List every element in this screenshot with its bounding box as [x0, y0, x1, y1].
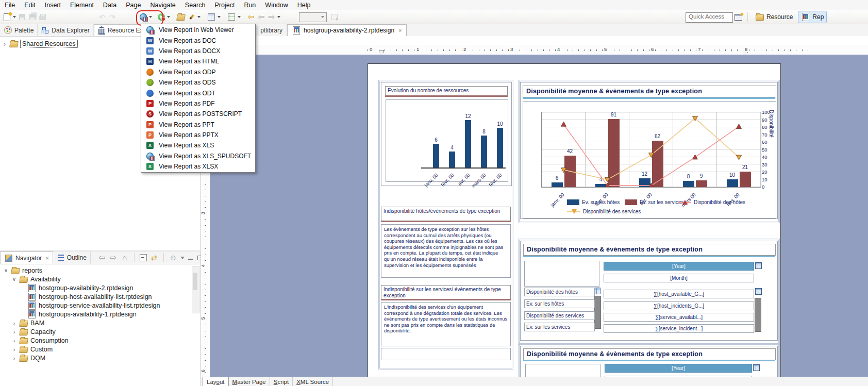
combo-chart-plot-container[interactable]: 6412810429162921 Disponibilité janv. 00f… — [523, 101, 776, 219]
menu-item-view-report-as-doc[interactable]: WView Report as DOC — [141, 35, 255, 45]
save-all-button[interactable] — [27, 11, 38, 23]
pin-editor-button[interactable] — [329, 11, 340, 23]
dropdown-caret-icon[interactable] — [167, 16, 170, 18]
perspective-report-button[interactable]: Rep — [798, 11, 827, 23]
empty-text-block[interactable] — [381, 348, 511, 360]
navigator-scrollbar[interactable] — [192, 266, 199, 313]
new-report-button[interactable] — [2, 11, 17, 23]
dropdown-caret-icon[interactable] — [277, 16, 280, 18]
tab-data-explorer[interactable]: Data Explorer — [38, 24, 93, 36]
dropdown-caret-icon[interactable] — [238, 16, 241, 18]
twistie-collapsed-icon[interactable]: › — [11, 338, 17, 344]
save-button[interactable] — [17, 11, 27, 23]
menu-item-view-report-as-html[interactable]: HView Report as HTML — [141, 56, 255, 66]
crosstab-scrollbar[interactable] — [755, 298, 761, 332]
chevron-right-icon[interactable]: › — [2, 40, 7, 48]
tree-item-custom[interactable]: ›Custom — [0, 345, 201, 354]
twistie-collapsed-icon[interactable]: › — [11, 329, 17, 335]
bar[interactable] — [433, 144, 439, 167]
crosstab-scrollbar[interactable] — [594, 296, 601, 329]
tree-item-hostgroup-host-availability-list-rptdesign[interactable]: hostgroup-host-availability-list.rptdesi… — [0, 292, 201, 301]
undo-button[interactable]: ↶ — [97, 11, 107, 23]
menu-item-view-report-as-xlsx[interactable]: XView Report as XLSX — [141, 161, 255, 172]
report-page[interactable]: Evolution du nombre de ressources 6janv.… — [368, 63, 781, 377]
tab-palette[interactable]: Palette — [0, 24, 38, 36]
tree-item-bam[interactable]: ›BAM — [0, 318, 201, 327]
menu-page[interactable]: Page — [121, 1, 145, 10]
menu-data[interactable]: Data — [98, 1, 121, 10]
format-painter-button[interactable] — [187, 11, 202, 23]
tab-master-page[interactable]: Master Page — [229, 377, 270, 386]
print-button[interactable] — [38, 11, 47, 23]
dropdown-caret-icon[interactable] — [218, 16, 221, 18]
menu-file[interactable]: File — [0, 1, 20, 10]
menu-item-view-report-in-web-viewer[interactable]: View Report in Web Viewer — [141, 25, 255, 35]
bar[interactable] — [449, 152, 455, 167]
menu-item-view-report-as-xls-spudsoft[interactable]: View Report as XLS_SPUDSOFT — [141, 151, 255, 161]
crosstab-grid-icon[interactable] — [755, 262, 762, 269]
crosstab-measure-cell[interactable]: ∑[service_incident...] — [604, 324, 754, 333]
tab-xml-source[interactable]: XML Source — [293, 377, 333, 386]
close-icon[interactable]: × — [45, 255, 48, 261]
insert-element-button[interactable] — [206, 11, 222, 23]
run-report-button[interactable] — [156, 11, 171, 23]
menu-navigate[interactable]: Navigate — [145, 1, 180, 10]
dropdown-caret-icon[interactable] — [197, 16, 201, 18]
section1-body[interactable]: Les évènements de type exception sur les… — [381, 224, 511, 278]
twistie-collapsed-icon[interactable]: › — [11, 320, 17, 326]
menu-edit[interactable]: Edit — [20, 1, 40, 10]
view-report-button[interactable] — [138, 11, 153, 23]
tree-item-availability[interactable]: ∨Availability — [0, 275, 201, 283]
crosstab-row-header[interactable]: Disponibilité des hôtes — [524, 288, 595, 296]
up-icon[interactable]: ⌂ — [121, 254, 129, 262]
crosstab-year-header[interactable]: [Year] — [604, 262, 754, 271]
crosstab-measure-cell[interactable]: ∑[host_available_G...] — [604, 290, 754, 298]
twistie-collapsed-icon[interactable]: › — [11, 346, 17, 353]
menu-item-view-report-as-ppt[interactable]: PView Report as PPT — [141, 120, 255, 130]
crosstab-row-header[interactable]: Ev. sur les services — [524, 323, 595, 331]
crosstab-corner-cell[interactable] — [524, 261, 599, 287]
close-icon[interactable]: × — [398, 27, 402, 33]
menu-run[interactable]: Run — [239, 1, 260, 10]
bar[interactable] — [465, 120, 471, 167]
tree-item-dqm[interactable]: ›DQM — [0, 354, 201, 362]
tree-item-reports[interactable]: ∨reports — [0, 266, 201, 275]
crosstab-block[interactable]: Disponibilité moyenne & évènements de ty… — [520, 241, 778, 341]
combo-chart-block[interactable]: Disponibilité moyenne & évènements de ty… — [520, 82, 778, 219]
tree-item-hostgroup-availability-2-rptdesign[interactable]: hostgroup-availability-2.rptdesign — [0, 283, 201, 292]
launch-combo-box[interactable] — [299, 12, 327, 22]
crosstab2-block[interactable]: Disponibilité moyenne & évènements de ty… — [520, 346, 778, 377]
minimize-icon[interactable] — [188, 255, 194, 261]
perspective-resource-button[interactable]: Resource — [753, 11, 795, 23]
collapse-all-icon[interactable] — [140, 254, 147, 261]
quick-access-input[interactable]: Quick Access — [686, 12, 733, 23]
tab-navigator[interactable]: Navigator× — [0, 251, 53, 264]
dropdown-caret-icon[interactable] — [13, 16, 16, 18]
menu-project[interactable]: Project — [210, 1, 239, 10]
redo-button[interactable]: ↷ — [107, 11, 118, 23]
bar[interactable] — [481, 136, 487, 167]
menu-item-view-report-as-postscript[interactable]: SView Report as POSTSCRIPT — [141, 109, 255, 119]
tree-item-hostgroup-service-availability-list-rptdesign[interactable]: hostgroup-service-availability-list.rptd… — [0, 301, 201, 310]
menu-item-view-report-as-docx[interactable]: WView Report as DOCX — [141, 46, 255, 56]
menu-item-view-report-as-pptx[interactable]: PView Report as PPTX — [141, 130, 255, 140]
crosstab-row-header[interactable]: Disponibilité des services — [524, 311, 595, 320]
left-chart-plot[interactable]: 6janv. 004févr. 0012avr. 008mars 0010fév… — [386, 99, 508, 182]
open-file-button[interactable] — [175, 11, 187, 23]
left-chart-block[interactable]: Evolution du nombre de ressources 6janv.… — [381, 82, 512, 186]
back-button[interactable]: ⇦ — [256, 11, 266, 23]
twistie-collapsed-icon[interactable]: › — [11, 355, 17, 361]
menu-item-view-report-as-pdf[interactable]: PView Report as PDF — [141, 98, 255, 109]
menu-item-view-report-as-xls[interactable]: XView Report as XLS — [141, 140, 255, 150]
menu-window[interactable]: Window — [260, 1, 292, 10]
menu-insert[interactable]: Insert — [40, 1, 65, 10]
menu-search[interactable]: Search — [180, 1, 210, 10]
crosstab-grid-icon[interactable] — [753, 364, 760, 371]
editor-tab-2[interactable]: hostgroup-availability-2.rptdesign× — [287, 24, 407, 36]
menu-item-view-report-as-odp[interactable]: View Report as ODP — [141, 67, 255, 77]
view-menu-icon[interactable] — [180, 257, 185, 259]
tree-item-capacity[interactable]: ›Capacity — [0, 327, 201, 336]
menu-help[interactable]: Help — [293, 1, 315, 10]
twistie-expanded-icon[interactable]: ∨ — [11, 276, 17, 282]
tab-outline[interactable]: Outline — [53, 251, 91, 264]
